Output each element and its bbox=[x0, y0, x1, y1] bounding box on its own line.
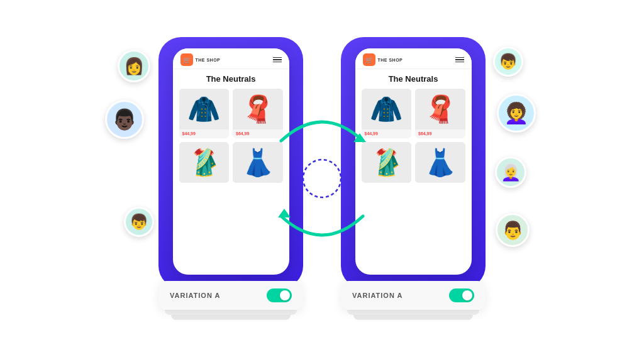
product-grid-left: 🧥 $44,99 🧣 bbox=[179, 89, 283, 183]
variation-label-left: VARIATION A bbox=[170, 292, 220, 299]
variation-bar-left: VARIATION A bbox=[158, 281, 303, 310]
cart-icon-left: 🛒 bbox=[180, 53, 193, 66]
product-figure-left-2: 🧣 bbox=[242, 96, 274, 123]
avatar-right-4: 👨 bbox=[496, 213, 530, 247]
product-info-left-1: $44,99 bbox=[179, 129, 230, 138]
main-scene: 👩 👨🏿 👦 🛒 THE SHOP bbox=[0, 0, 644, 357]
toggle-left[interactable] bbox=[267, 288, 292, 302]
product-figure-left-1: 🧥 bbox=[187, 96, 220, 123]
hamburger-menu-left[interactable] bbox=[273, 57, 282, 63]
phone-title-right: The Neutrals bbox=[362, 74, 465, 84]
variation-label-right: VARIATION A bbox=[352, 292, 402, 299]
phone-body-left: The Neutrals 🧥 $44,99 bbox=[173, 69, 289, 275]
shadow-bar-left-2 bbox=[171, 315, 291, 320]
phone-header-left: 🛒 THE SHOP bbox=[173, 48, 289, 69]
product-figure-right-3: 🥻 bbox=[370, 150, 402, 176]
phone-left: 🛒 THE SHOP The Neutrals bbox=[173, 48, 289, 275]
product-img-left-3: 🥻 bbox=[179, 142, 230, 183]
avatar-right-3: 👩‍🦳 bbox=[495, 157, 526, 188]
variation-bar-right: VARIATION A bbox=[341, 281, 486, 310]
phone-right: 🛒 THE SHOP The Neutrals bbox=[355, 48, 472, 275]
product-price-right-2: $64,99 bbox=[418, 131, 462, 136]
product-figure-right-4: 👗 bbox=[424, 150, 457, 176]
product-img-right-2: 🧣 bbox=[415, 89, 465, 129]
connection-arrows bbox=[275, 91, 369, 266]
product-price-left-1: $44,99 bbox=[182, 131, 226, 136]
avatar-left-3: 👦 bbox=[124, 207, 154, 237]
product-price-left-2: $64,99 bbox=[236, 131, 280, 136]
product-figure-left-4: 👗 bbox=[242, 150, 274, 176]
avatar-left-1: 👩 bbox=[118, 50, 150, 82]
product-figure-right-2: 🧣 bbox=[424, 96, 457, 123]
svg-marker-1 bbox=[278, 209, 291, 217]
shadow-bar-right-2 bbox=[353, 315, 473, 320]
shop-name-right: THE SHOP bbox=[378, 58, 403, 62]
product-figure-left-3: 🥻 bbox=[187, 150, 220, 176]
avatar-left-2: 👨🏿 bbox=[105, 100, 144, 139]
product-img-right-4: 👗 bbox=[415, 142, 465, 183]
product-img-left-1: 🧥 bbox=[179, 89, 230, 129]
product-grid-right: 🧥 $44,99 🧣 $ bbox=[362, 89, 465, 183]
phone-header-right: 🛒 THE SHOP bbox=[355, 48, 472, 69]
product-card-right-2: 🧣 $64,99 bbox=[415, 89, 465, 138]
avatar-right-1: 👦 bbox=[493, 47, 523, 77]
product-info-right-2: $64,99 bbox=[415, 129, 465, 138]
shadow-bar-right-1 bbox=[347, 310, 479, 315]
shop-logo-right: 🛒 THE SHOP bbox=[363, 53, 403, 66]
avatar-right-2: 👩‍🦱 bbox=[497, 94, 536, 133]
phone-title-left: The Neutrals bbox=[179, 74, 283, 84]
hamburger-menu-right[interactable] bbox=[455, 57, 464, 63]
shadow-bar-left-1 bbox=[165, 310, 297, 315]
cards-container: 👩 👨🏿 👦 🛒 THE SHOP bbox=[0, 0, 644, 357]
shop-logo-left: 🛒 THE SHOP bbox=[180, 53, 221, 66]
product-figure-right-1: 🧥 bbox=[370, 96, 402, 123]
svg-point-2 bbox=[303, 160, 341, 197]
product-card-left-1: 🧥 $44,99 bbox=[179, 89, 230, 138]
product-card-left-3: 🥻 bbox=[179, 142, 230, 183]
shop-name-left: THE SHOP bbox=[196, 58, 221, 62]
phone-body-right: The Neutrals 🧥 $44,99 bbox=[355, 69, 472, 275]
product-price-right-1: $44,99 bbox=[365, 131, 409, 136]
product-card-right-4: 👗 bbox=[415, 142, 465, 183]
cart-icon-right: 🛒 bbox=[363, 53, 375, 66]
toggle-right[interactable] bbox=[449, 288, 474, 302]
